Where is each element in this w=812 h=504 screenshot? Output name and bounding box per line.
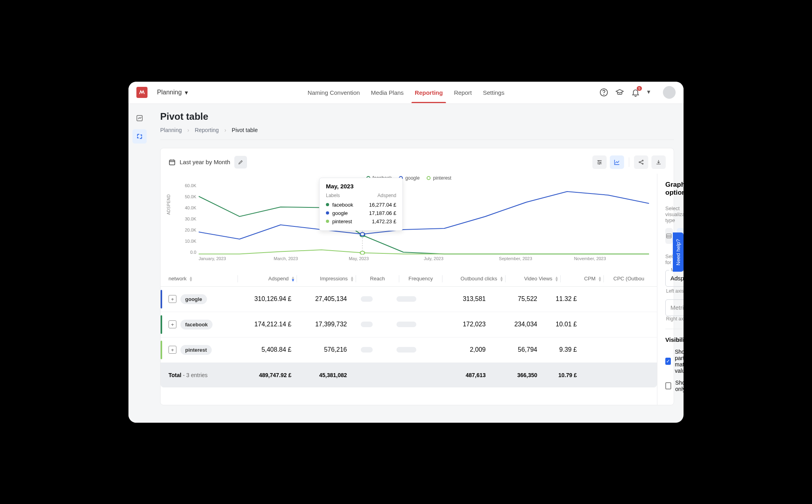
viz-table-button[interactable] xyxy=(665,228,673,244)
graph-options-title: Graph options xyxy=(665,181,684,197)
tab-media-plans[interactable]: Media Plans xyxy=(371,82,404,103)
share-button[interactable] xyxy=(634,155,648,169)
column-header-adspend[interactable]: Adspend▲▼ xyxy=(239,276,295,282)
tab-reporting[interactable]: Reporting xyxy=(415,82,443,103)
sidebar-item-chart[interactable] xyxy=(132,111,147,125)
expand-button[interactable]: + xyxy=(169,346,176,354)
legend-item[interactable]: pinterest xyxy=(427,175,451,181)
column-header-cpm[interactable]: CPM▲▼ xyxy=(562,276,602,282)
bell-icon[interactable]: 5 xyxy=(631,88,640,97)
svg-rect-3 xyxy=(169,160,175,165)
download-button[interactable] xyxy=(651,155,666,169)
column-header-reach[interactable]: Reach xyxy=(358,276,397,282)
page-title: Pivot table xyxy=(160,111,674,122)
sidebar-item-pivot[interactable] xyxy=(132,129,147,144)
column-header-impressions[interactable]: Impressions▲▼ xyxy=(299,276,354,282)
table-row: +facebook 174,212.14 £ 17,399,732 172,02… xyxy=(161,312,657,337)
graduation-cap-icon[interactable] xyxy=(615,88,624,97)
date-range-picker[interactable]: Last year by Month xyxy=(169,159,230,166)
svg-point-6 xyxy=(642,163,643,164)
column-header-cpc[interactable]: CPC (Outbou xyxy=(605,276,649,282)
app-dropdown-label: Planning xyxy=(157,89,182,96)
left-axis-metric-select[interactable]: Adspend▾ xyxy=(665,270,684,287)
calendar-icon xyxy=(169,159,176,166)
tab-report[interactable]: Report xyxy=(454,82,472,103)
chevron-right-icon: › xyxy=(188,127,190,133)
edit-button[interactable] xyxy=(234,156,247,169)
column-header-network[interactable]: network▲▼ xyxy=(169,276,236,282)
breadcrumb: Planning › Reporting › Pivot table xyxy=(160,127,674,140)
breadcrumb-item[interactable]: Reporting xyxy=(195,127,219,133)
svg-rect-11 xyxy=(666,234,671,238)
chart: facebook google pinterest ADSPEND 60.0K5… xyxy=(161,174,657,270)
svg-point-4 xyxy=(639,161,640,163)
svg-point-5 xyxy=(642,160,643,161)
chart-toggle-button[interactable] xyxy=(610,155,624,169)
app-dropdown[interactable]: Planning ▾ xyxy=(157,89,188,96)
breadcrumb-item[interactable]: Planning xyxy=(160,127,182,133)
total-row: Total - 3 entries 489,747.92 £ 45,381,08… xyxy=(161,363,657,387)
tab-naming-convention[interactable]: Naming Convention xyxy=(308,82,360,103)
chevron-down-icon[interactable]: ▾ xyxy=(647,88,656,97)
help-icon[interactable] xyxy=(599,88,608,97)
chevron-down-icon: ▾ xyxy=(185,89,188,96)
svg-point-1 xyxy=(604,94,604,95)
expand-button[interactable]: + xyxy=(169,320,176,328)
chart-tooltip: May, 2023 LabelsAdspend facebook16,277.0… xyxy=(319,178,403,231)
column-header-video-views[interactable]: Video Views▲▼ xyxy=(507,276,559,282)
network-pill[interactable]: pinterest xyxy=(180,345,212,355)
tab-settings[interactable]: Settings xyxy=(483,82,504,103)
logo xyxy=(136,87,147,98)
graph-options-panel: Graph options ✕ Select visualization typ… xyxy=(657,174,684,405)
svg-point-10 xyxy=(360,251,364,254)
svg-point-9 xyxy=(360,232,364,236)
filter-button[interactable] xyxy=(592,155,607,169)
y-axis-label: ADSPEND xyxy=(167,194,171,215)
data-table: network▲▼ Adspend▲▼ Impressions▲▼ Reach … xyxy=(161,270,657,387)
avatar[interactable] xyxy=(663,86,676,99)
network-pill[interactable]: google xyxy=(180,294,207,304)
checkbox-partial-match[interactable]: ✓Show partially matched valuesi xyxy=(665,349,684,374)
column-header-outbound[interactable]: Outbound clicks▲▼ xyxy=(444,276,504,282)
table-row: +pinterest 5,408.84 £ 576,216 2,009 56,7… xyxy=(161,337,657,363)
table-row: +google 310,126.94 £ 27,405,134 313,581 … xyxy=(161,287,657,312)
right-axis-metric-select[interactable]: Metrics*▾ xyxy=(665,299,684,316)
expand-button[interactable]: + xyxy=(169,295,176,303)
notification-badge: 5 xyxy=(637,86,642,91)
column-header-frequency[interactable]: Frequency xyxy=(401,276,440,282)
breadcrumb-item: Pivot table xyxy=(232,127,258,133)
network-pill[interactable]: facebook xyxy=(180,320,213,330)
checkbox-totals-only[interactable]: Show totals only xyxy=(665,379,684,392)
date-range-label: Last year by Month xyxy=(180,159,230,165)
help-tab[interactable]: Need help? xyxy=(673,232,684,272)
chevron-right-icon: › xyxy=(224,127,226,133)
